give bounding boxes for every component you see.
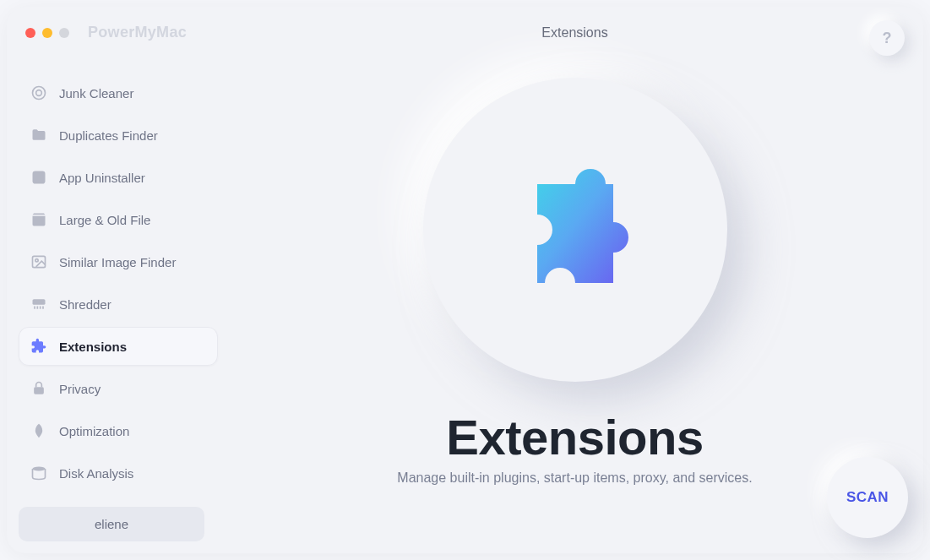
window-minimize-button[interactable]	[42, 28, 52, 38]
sidebar-item-label: Shredder	[59, 297, 111, 312]
hero-subtitle: Manage built-in plugins, start-up items,…	[397, 470, 752, 486]
svg-point-0	[33, 87, 46, 100]
puzzle-piece-icon	[499, 154, 651, 306]
sidebar-item-disk-analysis[interactable]: Disk Analysis	[19, 454, 218, 492]
folder-icon	[30, 127, 47, 144]
svg-rect-5	[33, 299, 46, 305]
sidebar-item-privacy[interactable]: Privacy	[19, 369, 218, 408]
svg-point-1	[36, 90, 42, 96]
rocket-icon	[30, 422, 47, 439]
page-title: Extensions	[541, 25, 607, 41]
app-window: PowerMyMac Junk Cleaner Duplicates Finde…	[7, 7, 923, 553]
sidebar-item-label: Junk Cleaner	[59, 86, 133, 101]
hero-illustration	[423, 78, 727, 382]
help-icon: ?	[883, 30, 892, 47]
app-icon	[30, 169, 47, 186]
box-icon	[30, 211, 47, 228]
sidebar-item-label: Similar Image Finder	[59, 255, 176, 269]
scan-button-label: SCAN	[846, 489, 889, 506]
puzzle-icon	[30, 338, 47, 355]
sidebar-item-similar-image-finder[interactable]: Similar Image Finder	[19, 242, 218, 281]
window-titlebar: PowerMyMac	[19, 19, 218, 55]
sidebar-item-label: Extensions	[59, 340, 127, 354]
sidebar-item-label: App Uninstaller	[59, 171, 145, 185]
window-close-button[interactable]	[25, 28, 35, 38]
sidebar-nav: Junk Cleaner Duplicates Finder App Unins…	[19, 55, 218, 492]
image-icon	[30, 253, 47, 270]
sidebar-item-label: Large & Old File	[59, 213, 150, 227]
sidebar-item-shredder[interactable]: Shredder	[19, 285, 218, 323]
scan-button[interactable]: SCAN	[827, 457, 908, 538]
sidebar-item-optimization[interactable]: Optimization	[19, 411, 218, 450]
sidebar-item-app-uninstaller[interactable]: App Uninstaller	[19, 158, 218, 197]
svg-rect-2	[33, 171, 46, 184]
target-icon	[30, 84, 47, 101]
sidebar-item-label: Optimization	[59, 424, 129, 438]
hero-title: Extensions	[446, 409, 703, 465]
disk-icon	[30, 465, 47, 481]
sidebar-item-junk-cleaner[interactable]: Junk Cleaner	[19, 73, 218, 112]
help-button[interactable]: ?	[869, 20, 905, 56]
sidebar-item-label: Disk Analysis	[59, 466, 133, 481]
sidebar-item-label: Privacy	[59, 382, 101, 396]
sidebar: PowerMyMac Junk Cleaner Duplicates Finde…	[7, 7, 226, 553]
shredder-icon	[30, 296, 47, 313]
lock-icon	[30, 380, 47, 397]
sidebar-item-duplicates-finder[interactable]: Duplicates Finder	[19, 116, 218, 155]
svg-point-7	[33, 467, 46, 471]
sidebar-item-large-old-file[interactable]: Large & Old File	[19, 200, 218, 239]
sidebar-item-extensions[interactable]: Extensions	[19, 327, 218, 366]
svg-rect-6	[34, 387, 44, 394]
main-panel: Extensions ? Extensions Manage built-in …	[226, 7, 923, 553]
sidebar-item-label: Duplicates Finder	[59, 128, 158, 143]
user-chip[interactable]: eliene	[19, 507, 204, 541]
app-title: PowerMyMac	[88, 24, 187, 41]
svg-point-4	[35, 259, 38, 262]
window-maximize-button[interactable]	[59, 28, 69, 38]
